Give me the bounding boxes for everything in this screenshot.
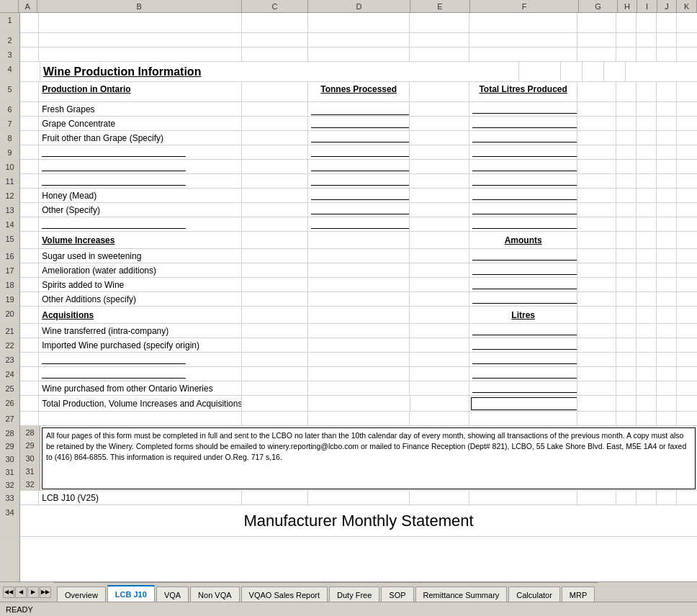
other-litres-field[interactable]	[472, 203, 578, 214]
cell-3-j	[657, 47, 677, 61]
cell-4-j	[604, 62, 626, 82]
cell-2-d	[308, 33, 410, 47]
row14-specify-field[interactable]	[42, 217, 186, 229]
cell-33-e	[410, 491, 469, 504]
tab-duty-free[interactable]: Duty Free	[329, 586, 379, 602]
cell-4-h	[561, 62, 583, 82]
fruit-other-tonnes-field[interactable]	[311, 131, 410, 142]
cell-17-e	[410, 263, 469, 277]
spirits-amounts-field[interactable]	[472, 278, 578, 289]
cell-7-g	[577, 117, 616, 130]
first-sheet-arrow[interactable]: ◀◀	[3, 586, 14, 598]
cell-13-h	[616, 203, 637, 217]
row9-litres-field[interactable]	[472, 145, 578, 157]
tab-vqa[interactable]: VQA	[156, 586, 189, 602]
other-tonnes-field[interactable]	[311, 203, 410, 214]
cell-33-f	[469, 491, 578, 504]
honey-litres-field[interactable]	[472, 189, 578, 200]
cell-7-k	[677, 117, 697, 130]
cell-21-h	[616, 324, 637, 338]
row24-litres-field[interactable]	[472, 367, 578, 379]
cell-4-a	[20, 62, 40, 82]
cell-19-k	[677, 292, 697, 306]
cell-21-a	[20, 324, 39, 338]
cell-1-g	[577, 13, 616, 33]
cell-7-i	[637, 117, 657, 130]
fresh-grapes-litres-field[interactable]	[472, 102, 578, 114]
row11-specify-field[interactable]	[42, 174, 186, 186]
row-16: Sugar used in sweetening	[20, 249, 697, 263]
cell-25-k	[677, 381, 697, 395]
cell-17-h	[616, 263, 637, 277]
cell-1-e	[410, 13, 469, 33]
cell-13-f	[469, 203, 578, 217]
cell-17-a	[20, 263, 39, 277]
row11-tonnes-field[interactable]	[311, 174, 410, 186]
other-additions-amounts-field[interactable]	[472, 292, 578, 304]
last-sheet-arrow[interactable]: ▶▶	[40, 586, 51, 598]
amelioration-amounts-field[interactable]	[472, 263, 578, 275]
cell-1-h	[616, 13, 637, 33]
row24-specify-field[interactable]	[42, 367, 186, 379]
next-sheet-arrow[interactable]: ▶	[27, 586, 39, 598]
prev-sheet-arrow[interactable]: ◀	[15, 586, 27, 598]
cell-23-a	[20, 353, 39, 366]
cell-4-f	[400, 62, 519, 82]
row9-specify-field[interactable]	[42, 145, 186, 157]
row11-litres-field[interactable]	[472, 174, 578, 186]
cell-7-f	[469, 117, 578, 130]
row-25: Wine purchased from other Ontario Wineri…	[20, 381, 697, 396]
tab-calculator[interactable]: Calculator	[508, 586, 560, 602]
grape-concentrate-tonnes-field[interactable]	[311, 117, 410, 128]
cell-5-c	[242, 82, 308, 102]
row10-specify-field[interactable]	[42, 160, 186, 171]
row-27	[20, 412, 697, 426]
ontario-wineries-field[interactable]	[472, 381, 578, 393]
cell-33-i	[637, 491, 657, 504]
tab-lcbj10[interactable]: LCB J10	[107, 585, 155, 602]
cell-33-a	[20, 491, 39, 504]
col-header-rownum	[0, 0, 19, 12]
tab-mrp[interactable]: MRP	[562, 586, 595, 602]
cell-27-i	[637, 412, 657, 425]
row10-tonnes-field[interactable]	[311, 160, 410, 171]
row10-litres-field[interactable]	[472, 160, 578, 171]
cell-2-g	[577, 33, 616, 47]
wine-transferred-field[interactable]	[472, 324, 578, 335]
grape-concentrate-litres-field[interactable]	[472, 117, 578, 128]
cell-6-k	[677, 102, 697, 116]
cell-9-k	[677, 145, 697, 159]
fresh-grapes-tonnes-field[interactable]	[311, 104, 410, 115]
row14-tonnes-field[interactable]	[311, 217, 410, 229]
row-23	[20, 353, 697, 367]
fruit-other-litres-field[interactable]	[472, 131, 578, 142]
honey-tonnes-field[interactable]	[311, 189, 410, 200]
cell-8-k	[677, 131, 697, 145]
tab-nonvqa[interactable]: Non VQA	[190, 586, 239, 602]
cell-25-i	[637, 381, 657, 395]
cell-33-j	[657, 491, 677, 504]
sheet-nav-arrows: ◀◀ ◀ ▶ ▶▶	[0, 586, 54, 598]
cell-17-c	[242, 263, 308, 277]
row23-specify-field[interactable]	[42, 353, 186, 364]
row-8: Fruit other than Grape (Specify)	[20, 131, 697, 145]
tab-vqao-sales[interactable]: VQAO Sales Report	[241, 586, 328, 602]
tab-sop[interactable]: SOP	[381, 586, 413, 602]
cell-25-f	[469, 381, 578, 395]
tab-remittance[interactable]: Remittance Summary	[415, 586, 508, 602]
total-production-field[interactable]	[471, 397, 577, 410]
sugar-amounts-field[interactable]	[472, 249, 578, 261]
imported-wine-field[interactable]	[472, 338, 578, 350]
cell-22-k	[677, 338, 697, 352]
notice-row-group: 28 29 30 31 32 All four pages of this fo…	[20, 426, 697, 491]
cell-10-h	[616, 160, 637, 173]
row23-litres-field[interactable]	[472, 353, 578, 364]
tab-overview[interactable]: Overview	[57, 586, 106, 602]
row14-litres-field[interactable]	[472, 217, 578, 229]
row-9	[20, 145, 697, 160]
cell-9-i	[637, 145, 657, 159]
cell-14-e	[410, 217, 469, 231]
row9-tonnes-field[interactable]	[311, 145, 410, 157]
row-14	[20, 217, 697, 232]
row-numbers: 1 2 3 4 5 6 7 8 9 10 11 12 13 14 15 16 1…	[0, 13, 20, 581]
